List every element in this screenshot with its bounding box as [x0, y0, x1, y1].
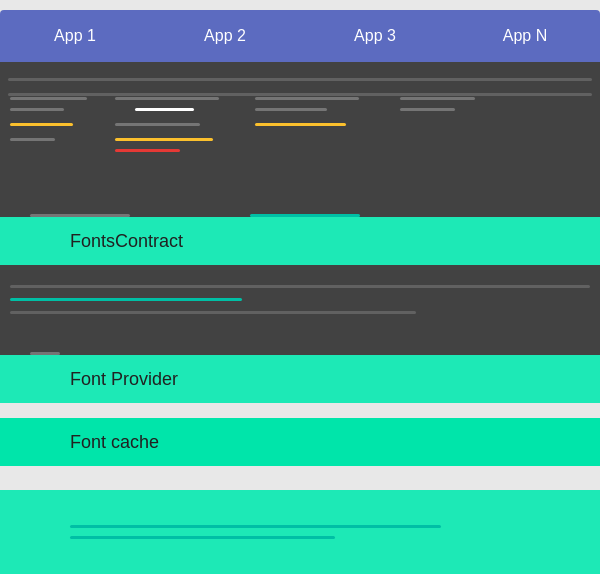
app3-line2 — [255, 108, 327, 111]
app2-line-yellow — [115, 138, 213, 141]
line-row-2 — [8, 93, 592, 96]
app1-line3 — [10, 138, 55, 141]
tab-app2[interactable]: App 2 — [150, 19, 300, 53]
app2-line-white — [135, 108, 194, 111]
font-cache-section: Font cache — [0, 418, 600, 466]
dark2-line2 — [10, 311, 416, 314]
bottom-line2 — [70, 536, 335, 539]
app3-line1 — [255, 97, 359, 100]
dark-section-1 — [0, 62, 600, 217]
dark2-lines — [10, 285, 590, 314]
font-cache-label: Font cache — [70, 432, 159, 453]
tab-appN[interactable]: App N — [450, 19, 600, 53]
dark2-line-teal — [10, 298, 242, 301]
line-row-1 — [8, 78, 592, 81]
tab-app3[interactable]: App 3 — [300, 19, 450, 53]
app1-line-yellow — [10, 123, 73, 126]
appN-line2 — [400, 108, 455, 111]
fonts-contract-label: FontsContract — [70, 231, 183, 252]
dark2-line1 — [10, 285, 590, 288]
app1-line1 — [10, 97, 87, 100]
tab-app1[interactable]: App 1 — [0, 19, 150, 53]
fonts-contract-section: FontsContract — [0, 217, 600, 265]
app1-line2 — [10, 108, 64, 111]
app3-lines — [255, 97, 385, 126]
app3-line-yellow — [255, 123, 346, 126]
app2-line2 — [115, 123, 200, 126]
font-provider-section: Font Provider — [0, 355, 600, 403]
app2-line1 — [115, 97, 219, 100]
app2-lines — [115, 97, 245, 152]
app1-lines — [10, 97, 100, 141]
app2-line-red — [115, 149, 180, 152]
dark-section-2 — [0, 265, 600, 355]
app-bar: App 1 App 2 App 3 App N — [0, 10, 600, 62]
main-container: App 1 App 2 App 3 App N — [0, 0, 600, 574]
bottom-line1 — [70, 525, 441, 528]
appN-lines — [400, 97, 500, 111]
bottom-teal-section — [0, 490, 600, 574]
appN-line1 — [400, 97, 475, 100]
font-provider-label: Font Provider — [70, 369, 178, 390]
